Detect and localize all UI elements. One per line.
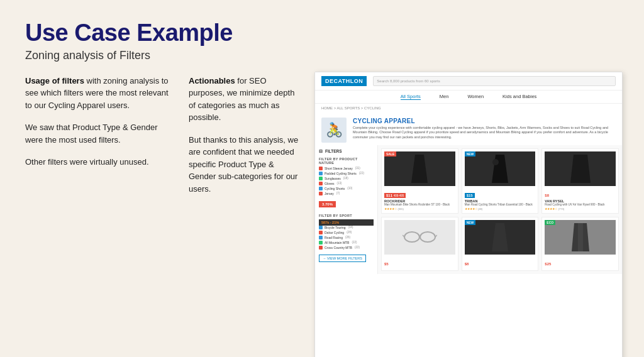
right-text-panel: Actionables for SEO purposes, we minimiz… — [176, 69, 302, 357]
filter-dot — [319, 241, 323, 244]
stars-2: ★★★★☆ (49) — [465, 207, 536, 211]
filter-section-sport: FILTER BY SPORT — [319, 214, 374, 217]
product-grid-bottom: $5 NEW $8 — [381, 217, 619, 271]
category-text: CYCLING APPAREL Complete your cycling ex… — [353, 118, 616, 143]
svg-point-0 — [492, 159, 499, 165]
nav-women[interactable]: Women — [467, 94, 484, 100]
tooltip-bar: 587k - 21% — [319, 219, 374, 226]
sale-percentage: 3.70% — [319, 201, 336, 207]
category-desc: Complete your cycling experience with co… — [353, 126, 616, 140]
filter-dot — [319, 236, 323, 239]
stars-3: ★★★★☆ (773) — [545, 207, 616, 211]
badge-new-2: NEW — [465, 151, 476, 157]
filter-item-cross-country[interactable]: Cross Country MTB (22) — [319, 246, 374, 250]
dec-header: DECATHLON Search 8,000 products from 60 … — [315, 72, 622, 91]
filter-item-jersey2[interactable]: Jersey (7) — [319, 192, 374, 195]
view-more-filters-button[interactable]: → VIEW MORE FILTERS — [319, 255, 366, 262]
text-block-3: Other filters were virtually unused. — [25, 156, 176, 168]
dec-search: Search 8,000 products from 60 sports — [373, 76, 616, 86]
bold-usage: Usage of filters — [25, 76, 84, 85]
dec-logo: DECATHLON — [321, 76, 367, 86]
price-bottom-3: $25 — [545, 261, 551, 266]
filter-item-cycling-shorts[interactable]: Cycling Shorts (10) — [319, 187, 374, 190]
main-title: Use Case Example — [25, 20, 619, 47]
filter-item-jersey[interactable]: Short Sleeve Jersey (31) — [319, 167, 374, 170]
mock-screenshot: DECATHLON Search 8,000 products from 60 … — [314, 72, 623, 357]
filter-label: ⊟ FILTERS — [319, 149, 374, 154]
filter-dot — [319, 246, 323, 250]
dec-cat-header: 🚴 CYCLING APPAREL Complete your cycling … — [315, 113, 622, 145]
price-bottom-2: $8 — [465, 261, 469, 266]
right-block-2: But thanks to this analysis, we are conf… — [189, 134, 302, 195]
product-name-1: Man Mountain Bike Shorts Rockrider ST 10… — [384, 203, 455, 207]
filter-item-gloves[interactable]: Gloves (13) — [319, 182, 374, 185]
category-image: 🚴 — [321, 118, 347, 143]
nav-men[interactable]: Men — [440, 94, 449, 100]
product-card-1: SALE $11 400-495 ROCKRIDER Man Mountain … — [381, 148, 458, 214]
dec-nav: All Sports Men Women Kids and Babies — [315, 91, 622, 104]
sub-title: Zoning analysis of Filters — [25, 49, 619, 62]
dec-sidebar: ⊟ FILTERS FILTER BY PRODUCT NATURE Short… — [315, 145, 378, 274]
filter-dot — [319, 187, 323, 190]
filter-item-text: Short Sleeve Jersey — [325, 167, 353, 170]
nav-all-sports[interactable]: All Sports — [401, 94, 421, 100]
filter-item-padded-shorts[interactable]: Padded Cycling Shorts (22) — [319, 172, 374, 175]
price-bottom-1: $5 — [384, 261, 389, 266]
badge-sale-1: SALE — [384, 151, 396, 157]
product-card-2: NEW $15 TRIBAN Man Road Cycling Shorts — [462, 148, 539, 214]
product-image-2 — [465, 151, 536, 186]
text-block-2: We saw that Product Type & Gender were t… — [25, 121, 176, 146]
right-block-1: Actionables for SEO purposes, we minimiz… — [189, 75, 302, 124]
filter-dot — [319, 182, 323, 185]
products-area: SALE $11 400-495 ROCKRIDER Man Mountain … — [378, 145, 622, 274]
price-2: $15 — [465, 193, 475, 198]
svg-rect-6 — [578, 223, 583, 251]
filter-dot — [319, 177, 323, 180]
filter-item-bicycle-touring[interactable]: Bicycle Touring (34) — [319, 226, 374, 229]
filter-icon: ⊟ — [319, 149, 323, 154]
product-image-6 — [545, 220, 616, 255]
product-card-5: NEW $8 — [462, 217, 539, 271]
search-placeholder-text: Search 8,000 products from 60 sports — [377, 79, 440, 83]
filter-dot — [319, 192, 323, 195]
left-panel: Usage of filters with zoning analysis to… — [25, 69, 176, 357]
dec-breadcrumb: HOME > ALL SPORTS > CYCLING — [315, 104, 622, 113]
product-image-5 — [465, 220, 536, 255]
filter-dot — [319, 167, 323, 170]
product-image-1 — [384, 151, 455, 186]
screenshot-panel: DECATHLON Search 8,000 products from 60 … — [302, 69, 623, 357]
slide-container: Use Case Example Zoning analysis of Filt… — [0, 0, 644, 357]
category-title: CYCLING APPAREL — [353, 118, 616, 124]
text-block-1: Usage of filters with zoning analysis to… — [25, 75, 176, 112]
header: Use Case Example Zoning analysis of Filt… — [0, 0, 644, 69]
content-area: Usage of filters with zoning analysis to… — [0, 69, 644, 357]
badge-eco-6: ECO — [545, 220, 555, 225]
product-image-4 — [384, 220, 455, 255]
price-1: $11 400-495 — [384, 193, 406, 198]
bold-actionables: Actionables — [189, 76, 235, 85]
filter-item-sunglasses[interactable]: Sunglasses (18) — [319, 177, 374, 180]
product-card-4: $5 — [381, 217, 458, 271]
filter-dot — [319, 226, 323, 229]
filter-item-dakar-cycling[interactable]: Dakar Cycling (28) — [319, 231, 374, 234]
svg-point-1 — [404, 232, 419, 242]
price-3: $8 — [545, 193, 549, 198]
product-grid-top: SALE $11 400-495 ROCKRIDER Man Mountain … — [381, 148, 619, 214]
nav-kids[interactable]: Kids and Babies — [502, 94, 536, 100]
filter-section-product-nature: FILTER BY PRODUCT NATURE — [319, 157, 374, 165]
filter-item-all-mountain[interactable]: All Mountain MTB (22) — [319, 241, 374, 244]
stars-1: ★★★★☆ (355) — [384, 207, 455, 211]
svg-point-2 — [420, 232, 435, 242]
product-name-2: Man Road Cycling Shorts Triban Essential… — [465, 203, 536, 207]
filter-dot — [319, 172, 323, 175]
product-card-3: $8 VAN RYSEL Road Cycling with UV Air Va… — [541, 148, 619, 214]
product-card-6: ECO $25 — [541, 217, 619, 271]
dec-main: ⊟ FILTERS FILTER BY PRODUCT NATURE Short… — [315, 145, 622, 274]
product-image-3 — [545, 151, 616, 186]
filter-item-road-racing[interactable]: Road Racing (26) — [319, 236, 374, 239]
badge-new-5: NEW — [465, 220, 476, 225]
filter-dot — [319, 231, 323, 234]
